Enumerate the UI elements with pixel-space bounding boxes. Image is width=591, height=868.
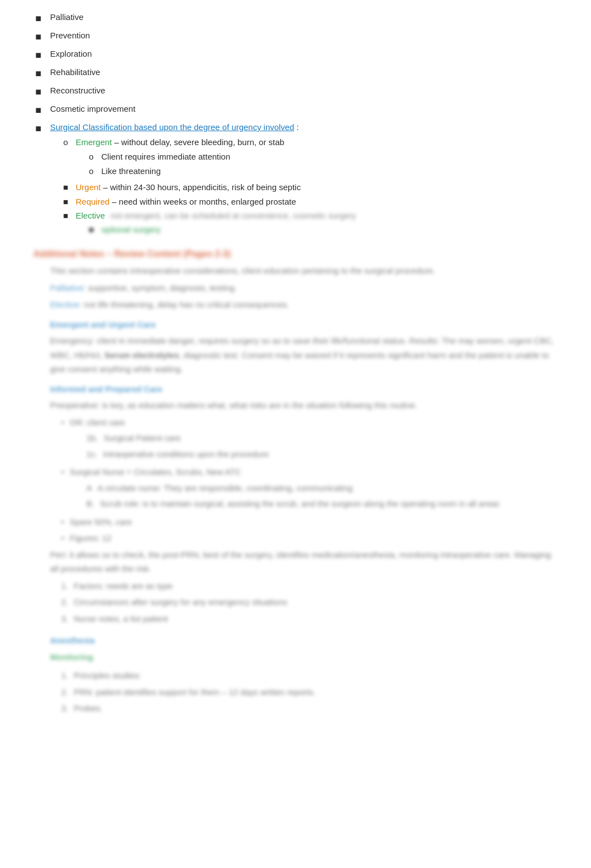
- bullet-icon: ■: [33, 48, 43, 63]
- blurred-bullet: 2.: [61, 685, 68, 700]
- item-label: Reconstructive: [50, 85, 558, 97]
- blurred-list-a-item4: • Figures: 12: [61, 531, 558, 545]
- blurred-list-a-item3: • Spare 50%, care: [61, 515, 558, 529]
- blurred-list-a-item2: • Surgical Nurse = Circulates, Scrubs, N…: [61, 465, 558, 513]
- blurred-sub-heading2: Informed and Prepared Care: [50, 382, 558, 396]
- blurred-list-b-item2: 2. Circumstances after surgery for any e…: [61, 595, 558, 609]
- sub-sub-bullet: 1c.: [86, 447, 97, 462]
- sub-bullet-icon: ■: [61, 210, 70, 222]
- blurred-list-b: 1. Factors: needs are as type 2. Circums…: [50, 579, 558, 626]
- blurred-b-label-3: Nurse notes, a list patient: [74, 612, 168, 626]
- emergent-sub-1: o Client requires immediate attention: [87, 151, 284, 163]
- blurred-list-c: 1. Principles studies: 2. PRN: patient i…: [50, 668, 558, 716]
- surgical-classification-suffix: :: [294, 122, 299, 132]
- blurred-c-label-2: PRN: patient identifies support for them…: [74, 685, 316, 700]
- list-item-cosmetic: ■ Cosmetic improvement: [33, 103, 558, 118]
- item-label: Rehabilitative: [50, 66, 558, 79]
- elective-label: Elective: [76, 211, 105, 220]
- blurred-c-label-3: Probes.: [74, 701, 103, 716]
- blurred-sub1: Palliative: supportive, symptom, diagnos…: [50, 281, 558, 295]
- blurred-list-a-item1: • OR: client care 1b. Surgical Patient c…: [61, 415, 558, 463]
- elective-sub-label: optional surgery: [101, 224, 161, 236]
- emergent-sub-2: o Like threatening: [87, 165, 284, 178]
- blurred-bullet: 3.: [61, 701, 68, 716]
- elective-sub-green: ■ optional surgery: [87, 224, 356, 236]
- urgent-suffix: – within 24-30 hours, appendicitis, risk…: [103, 182, 301, 192]
- blurred-bullet: •: [61, 531, 64, 545]
- bullet-icon: ■: [33, 103, 43, 118]
- blurred-sub-sub-item-1a: 1b. Surgical Patient care: [86, 431, 269, 445]
- blurred-para3: Preoperative: is key, as education matte…: [50, 398, 558, 413]
- emergent-sub-1-label: Client requires immediate attention: [101, 151, 230, 163]
- blurred-sub-sub-item-2b: B. Scrub role: is to maintain surgical, …: [86, 497, 499, 511]
- blurred-b-label-2: Circumstances after surgery for any emer…: [74, 595, 288, 609]
- sub-sub-bullet: o: [87, 165, 96, 178]
- blurred-bullet: 2.: [61, 595, 68, 609]
- sub-item-emergent: o Emergent – without delay, severe bleed…: [61, 136, 558, 180]
- emergent-sub-2-label: Like threatening: [101, 165, 161, 178]
- blurred-list-b-item1: 1. Factors: needs are as type: [61, 579, 558, 593]
- blurred-bullet: 3.: [61, 612, 68, 626]
- blurred-sub-sub-list-1: 1b. Surgical Patient care 1c. Intraopera…: [70, 431, 269, 461]
- sub-bullet-icon: ■: [61, 196, 70, 209]
- blurred-list-c-item3: 3. Probes.: [61, 701, 558, 716]
- blurred-b-label-1: Factors: needs are as type: [74, 579, 173, 593]
- blurred-bullet: •: [61, 415, 64, 430]
- blurred-sub-sub-item-2a: A A circulate nurse: They are responsibl…: [86, 481, 499, 495]
- blurred-sub-heading1: Emergent and Urgent Care: [50, 318, 558, 332]
- blurred-para2: Emergency: client in immediate danger, r…: [50, 334, 558, 376]
- bullet-icon: ■: [33, 66, 43, 81]
- blurred-list-a-content2: Surgical Nurse = Circulates, Scrubs, New…: [70, 465, 499, 513]
- sub-sub-bullet: o: [87, 151, 96, 163]
- blurred-sub-sub-list-2: A A circulate nurse: They are responsibl…: [70, 481, 499, 511]
- blurred-para1: This section contains intraoperative con…: [50, 264, 558, 278]
- list-item-prevention: ■ Prevention: [33, 29, 558, 44]
- sub-bullet-icon: ■: [87, 224, 96, 236]
- emergent-content: Emergent – without delay, severe bleedin…: [76, 136, 284, 180]
- sub-item-required: ■ Required – need within weeks or months…: [61, 196, 558, 209]
- blurred-para4: Peri: it allows us to check, the post-PR…: [50, 548, 558, 576]
- sub-item-elective: ■ Elective not emergent, can be schedule…: [61, 210, 558, 236]
- blurred-label-4: Figures: 12: [70, 531, 111, 545]
- blurred-label-anesthesia: Anesthesia: [50, 633, 95, 648]
- blurred-sub-sub-label-1b: Intraoperative conditions upon the proce…: [103, 447, 269, 462]
- blurred-list-a: • OR: client care 1b. Surgical Patient c…: [50, 415, 558, 545]
- sub-item-urgent: ■ Urgent – within 24-30 hours, appendici…: [61, 181, 558, 194]
- item-label: Cosmetic improvement: [50, 103, 558, 116]
- blurred-label-3: Spare 50%, care: [70, 515, 132, 529]
- blurred-sub2: Elective: not life threatening, delay ha…: [50, 297, 558, 312]
- blurred-section: Additional Notes – Review Content (Pages…: [33, 249, 558, 716]
- sub-sub-bullet: 1b.: [86, 431, 98, 445]
- blurred-list-a-content1: OR: client care 1b. Surgical Patient car…: [70, 415, 269, 463]
- urgent-label: Urgent: [76, 182, 101, 192]
- blurred-list-b-item3: 3. Nurse notes, a list patient: [61, 612, 558, 626]
- required-label: Required: [76, 197, 110, 206]
- emergent-label: Emergent: [76, 137, 112, 147]
- item-label: Exploration: [50, 48, 558, 61]
- blurred-sub-sub-item-1b: 1c. Intraoperative conditions upon the p…: [86, 447, 269, 462]
- blurred-label-monitoring: Monitoring: [50, 650, 93, 664]
- blurred-content-area: This section contains intraoperative con…: [50, 264, 558, 716]
- blurred-heading: Additional Notes – Review Content (Pages…: [33, 249, 558, 259]
- item-label: Palliative: [50, 11, 558, 24]
- elective-blurred-text: not emergent, can be scheduled at conven…: [111, 211, 356, 220]
- blurred-bullet: •: [61, 515, 64, 529]
- bullet-icon: ■: [33, 121, 43, 136]
- list-item-surgical-classification: ■ Surgical Classification based upon the…: [33, 121, 558, 238]
- blurred-sub-sub-label-1a: Surgical Patient care: [104, 431, 180, 445]
- bullet-icon: ■: [33, 85, 43, 100]
- urgent-content: Urgent – within 24-30 hours, appendiciti…: [76, 181, 301, 194]
- emergent-sub-list: o Client requires immediate attention o …: [87, 151, 284, 177]
- list-item-rehabilitative: ■ Rehabilitative: [33, 66, 558, 81]
- main-list: ■ Palliative ■ Prevention ■ Exploration …: [33, 11, 558, 238]
- sub-bullet-icon: o: [61, 136, 70, 149]
- sub-bullet-icon: ■: [61, 181, 70, 194]
- emergent-suffix: – without delay, severe bleeding, burn, …: [114, 137, 284, 147]
- bullet-icon: ■: [33, 29, 43, 44]
- blurred-bullet: 1.: [61, 579, 68, 593]
- sub-sub-bullet: B.: [86, 497, 94, 511]
- elective-content: Elective not emergent, can be scheduled …: [76, 210, 356, 236]
- blurred-list-c-item1: 1. Principles studies:: [61, 668, 558, 683]
- blurred-bullet: 1.: [61, 668, 68, 683]
- list-item-palliative: ■ Palliative: [33, 11, 558, 26]
